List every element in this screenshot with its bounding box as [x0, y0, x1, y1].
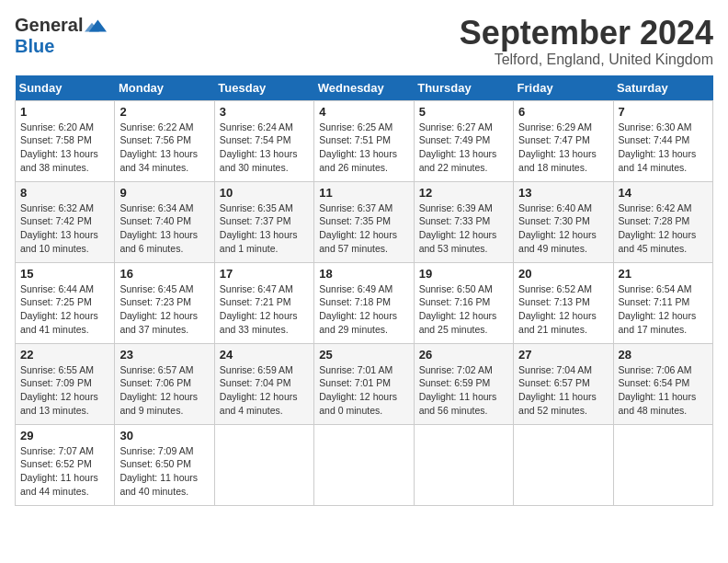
calendar-table: Sunday Monday Tuesday Wednesday Thursday…: [15, 75, 713, 506]
week-row-3: 15Sunrise: 6:44 AM Sunset: 7:25 PM Dayli…: [16, 262, 713, 343]
calendar-cell: 27Sunrise: 7:04 AM Sunset: 6:57 PM Dayli…: [514, 343, 613, 424]
calendar-cell: 22Sunrise: 6:55 AM Sunset: 7:09 PM Dayli…: [16, 343, 115, 424]
day-info: Sunrise: 7:04 AM Sunset: 6:57 PM Dayligh…: [518, 363, 608, 418]
title-block: September 2024 Telford, England, United …: [460, 15, 713, 68]
calendar-cell: 2Sunrise: 6:22 AM Sunset: 7:56 PM Daylig…: [115, 100, 214, 181]
day-number: 28: [619, 348, 708, 362]
calendar-cell: 1Sunrise: 6:20 AM Sunset: 7:58 PM Daylig…: [16, 100, 115, 181]
week-row-1: 1Sunrise: 6:20 AM Sunset: 7:58 PM Daylig…: [16, 100, 713, 181]
calendar-cell: 28Sunrise: 7:06 AM Sunset: 6:54 PM Dayli…: [613, 343, 712, 424]
day-info: Sunrise: 6:57 AM Sunset: 7:06 PM Dayligh…: [119, 363, 209, 418]
location-text: Telford, England, United Kingdom: [460, 52, 713, 68]
day-number: 22: [20, 348, 109, 362]
day-info: Sunrise: 7:02 AM Sunset: 6:59 PM Dayligh…: [419, 363, 508, 418]
day-info: Sunrise: 7:07 AM Sunset: 6:52 PM Dayligh…: [20, 444, 109, 499]
calendar-cell: 16Sunrise: 6:45 AM Sunset: 7:23 PM Dayli…: [115, 262, 214, 343]
calendar-cell: 21Sunrise: 6:54 AM Sunset: 7:11 PM Dayli…: [613, 262, 712, 343]
calendar-cell: 7Sunrise: 6:30 AM Sunset: 7:44 PM Daylig…: [613, 100, 712, 181]
page-header: General Blue September 2024 Telford, Eng…: [15, 15, 713, 68]
calendar-cell: 6Sunrise: 6:29 AM Sunset: 7:47 PM Daylig…: [514, 100, 613, 181]
day-number: 3: [220, 105, 309, 119]
logo: General Blue: [15, 15, 108, 57]
day-number: 29: [20, 429, 109, 442]
calendar-cell: 12Sunrise: 6:39 AM Sunset: 7:33 PM Dayli…: [414, 181, 513, 262]
day-info: Sunrise: 6:40 AM Sunset: 7:30 PM Dayligh…: [518, 201, 608, 256]
day-number: 19: [419, 267, 508, 281]
week-row-5: 29Sunrise: 7:07 AM Sunset: 6:52 PM Dayli…: [16, 424, 713, 505]
logo-blue-text: Blue: [15, 36, 54, 56]
calendar-cell: [214, 424, 313, 505]
day-info: Sunrise: 6:44 AM Sunset: 7:25 PM Dayligh…: [20, 282, 109, 337]
day-number: 25: [319, 348, 408, 362]
col-thursday: Thursday: [414, 75, 513, 101]
day-number: 30: [119, 429, 209, 442]
day-info: Sunrise: 6:52 AM Sunset: 7:13 PM Dayligh…: [518, 282, 608, 337]
calendar-cell: 8Sunrise: 6:32 AM Sunset: 7:42 PM Daylig…: [16, 181, 115, 262]
day-number: 17: [220, 267, 309, 281]
calendar-cell: 17Sunrise: 6:47 AM Sunset: 7:21 PM Dayli…: [214, 262, 313, 343]
day-info: Sunrise: 6:45 AM Sunset: 7:23 PM Dayligh…: [119, 282, 209, 337]
day-number: 12: [419, 186, 508, 200]
day-info: Sunrise: 6:22 AM Sunset: 7:56 PM Dayligh…: [119, 121, 209, 175]
logo-general-text: General: [15, 15, 83, 36]
col-wednesday: Wednesday: [314, 75, 414, 101]
col-sunday: Sunday: [16, 75, 115, 101]
day-info: Sunrise: 6:59 AM Sunset: 7:04 PM Dayligh…: [220, 363, 309, 418]
day-number: 18: [319, 267, 408, 281]
calendar-cell: 30Sunrise: 7:09 AM Sunset: 6:50 PM Dayli…: [115, 424, 214, 505]
day-info: Sunrise: 6:30 AM Sunset: 7:44 PM Dayligh…: [619, 121, 708, 175]
day-info: Sunrise: 6:35 AM Sunset: 7:37 PM Dayligh…: [220, 201, 309, 256]
day-number: 20: [518, 267, 608, 281]
calendar-cell: 9Sunrise: 6:34 AM Sunset: 7:40 PM Daylig…: [115, 181, 214, 262]
week-row-2: 8Sunrise: 6:32 AM Sunset: 7:42 PM Daylig…: [16, 181, 713, 262]
calendar-cell: [514, 424, 613, 505]
day-number: 1: [20, 105, 109, 119]
day-number: 5: [419, 105, 508, 119]
day-info: Sunrise: 6:39 AM Sunset: 7:33 PM Dayligh…: [419, 201, 508, 256]
day-info: Sunrise: 6:42 AM Sunset: 7:28 PM Dayligh…: [619, 201, 708, 256]
calendar-header-row: Sunday Monday Tuesday Wednesday Thursday…: [16, 75, 713, 101]
day-number: 15: [20, 267, 109, 281]
day-info: Sunrise: 7:09 AM Sunset: 6:50 PM Dayligh…: [119, 444, 209, 499]
calendar-cell: 29Sunrise: 7:07 AM Sunset: 6:52 PM Dayli…: [16, 424, 115, 505]
calendar-cell: 19Sunrise: 6:50 AM Sunset: 7:16 PM Dayli…: [414, 262, 513, 343]
day-number: 9: [119, 186, 209, 200]
calendar-cell: 14Sunrise: 6:42 AM Sunset: 7:28 PM Dayli…: [613, 181, 712, 262]
calendar-cell: 3Sunrise: 6:24 AM Sunset: 7:54 PM Daylig…: [214, 100, 313, 181]
calendar-cell: 15Sunrise: 6:44 AM Sunset: 7:25 PM Dayli…: [16, 262, 115, 343]
col-friday: Friday: [514, 75, 613, 101]
col-saturday: Saturday: [613, 75, 712, 101]
day-info: Sunrise: 6:54 AM Sunset: 7:11 PM Dayligh…: [619, 282, 708, 337]
day-info: Sunrise: 6:49 AM Sunset: 7:18 PM Dayligh…: [319, 282, 408, 337]
logo-icon: [85, 17, 107, 35]
week-row-4: 22Sunrise: 6:55 AM Sunset: 7:09 PM Dayli…: [16, 343, 713, 424]
day-number: 7: [619, 105, 708, 119]
day-info: Sunrise: 6:27 AM Sunset: 7:49 PM Dayligh…: [419, 121, 508, 175]
day-info: Sunrise: 7:01 AM Sunset: 7:01 PM Dayligh…: [319, 363, 408, 418]
day-number: 13: [518, 186, 608, 200]
day-info: Sunrise: 6:24 AM Sunset: 7:54 PM Dayligh…: [220, 121, 309, 175]
day-info: Sunrise: 6:34 AM Sunset: 7:40 PM Dayligh…: [119, 201, 209, 256]
day-info: Sunrise: 6:32 AM Sunset: 7:42 PM Dayligh…: [20, 201, 109, 256]
calendar-cell: 20Sunrise: 6:52 AM Sunset: 7:13 PM Dayli…: [514, 262, 613, 343]
calendar-cell: 13Sunrise: 6:40 AM Sunset: 7:30 PM Dayli…: [514, 181, 613, 262]
calendar-cell: 11Sunrise: 6:37 AM Sunset: 7:35 PM Dayli…: [314, 181, 414, 262]
col-tuesday: Tuesday: [214, 75, 313, 101]
col-monday: Monday: [115, 75, 214, 101]
day-number: 2: [119, 105, 209, 119]
day-number: 11: [319, 186, 408, 200]
day-info: Sunrise: 6:50 AM Sunset: 7:16 PM Dayligh…: [419, 282, 508, 337]
day-number: 14: [619, 186, 708, 200]
day-info: Sunrise: 7:06 AM Sunset: 6:54 PM Dayligh…: [619, 363, 708, 418]
calendar-cell: [414, 424, 513, 505]
day-number: 24: [220, 348, 309, 362]
day-info: Sunrise: 6:37 AM Sunset: 7:35 PM Dayligh…: [319, 201, 408, 256]
calendar-cell: 18Sunrise: 6:49 AM Sunset: 7:18 PM Dayli…: [314, 262, 414, 343]
calendar-cell: [613, 424, 712, 505]
calendar-cell: 5Sunrise: 6:27 AM Sunset: 7:49 PM Daylig…: [414, 100, 513, 181]
day-number: 4: [319, 105, 408, 119]
day-number: 6: [518, 105, 608, 119]
calendar-cell: 10Sunrise: 6:35 AM Sunset: 7:37 PM Dayli…: [214, 181, 313, 262]
day-info: Sunrise: 6:55 AM Sunset: 7:09 PM Dayligh…: [20, 363, 109, 418]
day-number: 27: [518, 348, 608, 362]
